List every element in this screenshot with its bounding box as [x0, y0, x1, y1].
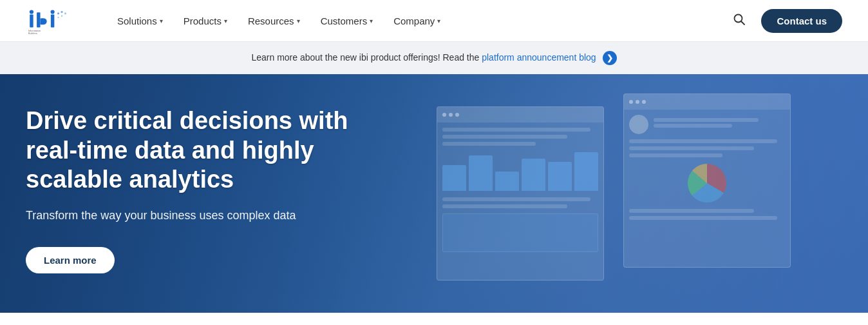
screen-header-left: [437, 107, 603, 123]
nav-item-resources[interactable]: Resources ▾: [240, 10, 308, 32]
map-area: [442, 213, 598, 252]
svg-point-1: [30, 10, 33, 14]
logo-svg: Information Builders: [26, 6, 71, 35]
nav-right: Contact us: [728, 8, 842, 34]
chart-bar: [442, 165, 466, 191]
screen-chart: [442, 152, 598, 191]
screen-dot: [629, 100, 633, 104]
screen-body-right: [624, 110, 790, 228]
navbar: Information Builders Solutions ▾ Product…: [0, 0, 868, 42]
profile-area: [629, 115, 785, 134]
nav-item-company[interactable]: Company ▾: [386, 10, 448, 32]
hero-subtext: Transform the way your business uses com…: [26, 208, 373, 224]
hero-content: Drive critical decisions with real-time …: [26, 106, 373, 273]
nav-item-products[interactable]: Products ▾: [176, 10, 235, 32]
svg-rect-2: [37, 12, 40, 27]
screen-right: [623, 94, 791, 268]
hero-section: Drive critical decisions with real-time …: [0, 74, 868, 313]
contact-us-button[interactable]: Contact us: [761, 9, 842, 33]
screen-row: [442, 204, 567, 208]
logo[interactable]: Information Builders: [26, 6, 71, 35]
chevron-down-icon: ▾: [370, 17, 373, 25]
screen-row: [629, 216, 777, 220]
chart-bar: [495, 172, 519, 191]
search-icon: [733, 13, 746, 26]
screen-left: [437, 106, 604, 281]
screen-dot: [449, 113, 453, 117]
svg-line-13: [742, 21, 745, 25]
svg-rect-0: [30, 14, 33, 27]
nav-label-company: Company: [393, 15, 435, 26]
chart-bar: [574, 152, 598, 191]
announcement-banner: Learn more about the new ibi product off…: [0, 42, 868, 74]
chart-bar: [522, 159, 545, 191]
hero-screens: [437, 87, 791, 300]
announcement-arrow-icon: ❯: [603, 51, 617, 65]
svg-point-4: [51, 10, 55, 14]
avatar: [629, 115, 648, 134]
svg-point-7: [64, 12, 66, 14]
screen-row: [654, 124, 732, 128]
screen-dot: [642, 100, 646, 104]
chevron-down-icon: ▾: [160, 17, 163, 25]
nav-label-products: Products: [184, 15, 222, 26]
svg-point-6: [61, 10, 62, 12]
pie-chart-area: [629, 164, 785, 202]
announcement-link[interactable]: platform announcement blog: [482, 52, 598, 63]
screen-row: [629, 139, 777, 143]
nav-label-customers: Customers: [321, 15, 368, 26]
nav-item-solutions[interactable]: Solutions ▾: [109, 10, 171, 32]
chevron-down-icon: ▾: [297, 17, 300, 25]
announcement-link-text: platform announcement blog: [482, 52, 596, 63]
svg-rect-3: [51, 14, 54, 27]
hero-headline: Drive critical decisions with real-time …: [26, 106, 373, 195]
screen-row: [442, 128, 590, 132]
nav-links: Solutions ▾ Products ▾ Resources ▾ Custo…: [109, 10, 728, 32]
search-button[interactable]: [728, 8, 751, 34]
screen-row: [442, 142, 536, 146]
profile-info: [654, 118, 785, 131]
screen-dot: [636, 100, 639, 104]
screen-header-right: [624, 94, 790, 110]
announcement-text: Learn more about the new ibi product off…: [251, 52, 482, 63]
learn-more-label: Learn more: [44, 255, 97, 266]
svg-point-9: [61, 15, 62, 16]
screen-body-left: [437, 123, 603, 257]
svg-point-8: [57, 16, 59, 17]
chart-bar: [469, 155, 493, 191]
screen-dot: [455, 113, 459, 117]
screen-row: [629, 146, 754, 150]
screen-row: [629, 209, 754, 213]
nav-label-resources: Resources: [248, 15, 294, 26]
screen-row: [629, 153, 722, 157]
learn-more-button[interactable]: Learn more: [26, 247, 115, 273]
svg-point-5: [57, 12, 59, 14]
pie-chart: [688, 164, 726, 202]
screen-row: [654, 118, 759, 122]
chevron-down-icon: ▾: [224, 17, 227, 25]
nav-label-solutions: Solutions: [117, 15, 157, 26]
svg-point-12: [735, 14, 742, 22]
screen-dot: [442, 113, 446, 117]
svg-text:Builders: Builders: [28, 31, 37, 34]
chevron-down-icon: ▾: [437, 17, 440, 25]
chart-bar: [548, 162, 572, 191]
nav-item-customers[interactable]: Customers ▾: [313, 10, 381, 32]
contact-label: Contact us: [777, 15, 827, 26]
screen-row: [442, 135, 567, 139]
screen-row: [442, 197, 590, 201]
